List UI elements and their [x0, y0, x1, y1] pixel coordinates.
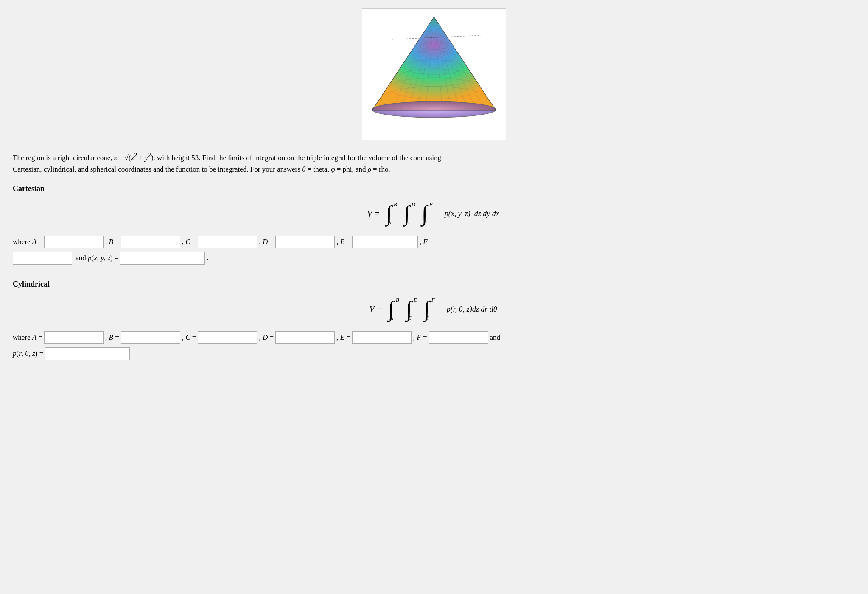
cylindrical-integrand: p(r, θ, z)dz dr dθ [447, 305, 497, 314]
cylindrical-F-label: , F = [413, 333, 427, 342]
cylindrical-input-E[interactable] [352, 331, 412, 344]
cylindrical-v-label: V = [369, 304, 382, 314]
cartesian-integral-1: ∫ B A [386, 201, 401, 226]
cylindrical-input-p[interactable] [45, 347, 130, 360]
cartesian-title: Cartesian [13, 184, 855, 193]
cartesian-F-label: , F = [420, 238, 434, 246]
cylindrical-and-label: and [490, 333, 501, 342]
cylindrical-integral-1: ∫ B A [388, 296, 403, 322]
cylindrical-input-D[interactable] [275, 331, 335, 344]
cylindrical-where-row: where A = , B = , C = , D = , E = , F = … [13, 331, 855, 344]
cylindrical-section: Cylindrical V = ∫ B A ∫ D C ∫ F E p(r, θ… [13, 280, 855, 360]
cartesian-integral-3: ∫ F E [422, 201, 437, 226]
cartesian-where-row: where A = , B = , C = , D = , E = , F = [13, 236, 855, 248]
cylindrical-input-A[interactable] [44, 331, 104, 344]
cartesian-E-label: , E = [336, 238, 350, 246]
cylindrical-B-label: , B = [105, 333, 119, 342]
cylindrical-title: Cylindrical [13, 280, 855, 289]
cartesian-input-B[interactable] [121, 236, 180, 248]
cartesian-D-label: , D = [259, 238, 274, 246]
cylindrical-where-label: where A = [13, 333, 42, 342]
cone-image-container [13, 8, 855, 140]
cylindrical-p-label: p(r, θ, z) = [13, 349, 43, 358]
cartesian-input-C[interactable] [198, 236, 257, 248]
cartesian-period: . [207, 254, 208, 262]
cartesian-input-F[interactable] [13, 252, 72, 265]
cylindrical-D-label: , D = [259, 333, 274, 342]
cartesian-integral-display: V = ∫ B A ∫ D C ∫ F E p(x, y, z) dz dy d… [13, 201, 855, 226]
cone-image [362, 8, 506, 140]
cartesian-input-E[interactable] [352, 236, 418, 248]
cartesian-input-p[interactable] [120, 252, 205, 265]
cylindrical-E-label: , E = [336, 333, 350, 342]
cylindrical-input-C[interactable] [198, 331, 257, 344]
cartesian-where-label: where A = [13, 238, 42, 246]
cartesian-p-label: and p(x, y, z) = [74, 254, 118, 262]
cartesian-v-label: V = [367, 209, 380, 219]
cylindrical-integral-3: ∫ F E [424, 296, 439, 322]
cylindrical-integral-2: ∫ D C [406, 296, 421, 322]
cylindrical-second-row: p(r, θ, z) = [13, 347, 855, 360]
cartesian-input-A[interactable] [44, 236, 104, 248]
cartesian-integral-2: ∫ D C [404, 201, 419, 226]
cartesian-B-label: , B = [105, 238, 119, 246]
cylindrical-C-label: , C = [182, 333, 196, 342]
cylindrical-input-B[interactable] [121, 331, 180, 344]
cartesian-C-label: , C = [182, 238, 196, 246]
cartesian-second-row: and p(x, y, z) = . [13, 252, 855, 265]
cylindrical-integral-display: V = ∫ B A ∫ D C ∫ F E p(r, θ, z)dz dr dθ [13, 296, 855, 322]
problem-text: The region is a right circular cone, z =… [13, 150, 445, 175]
cartesian-section: Cartesian V = ∫ B A ∫ D C ∫ F E p(x, y, … [13, 184, 855, 265]
cartesian-integrand: p(x, y, z) dz dy dx [445, 209, 499, 218]
cartesian-input-D[interactable] [275, 236, 335, 248]
cylindrical-input-F[interactable] [429, 331, 488, 344]
